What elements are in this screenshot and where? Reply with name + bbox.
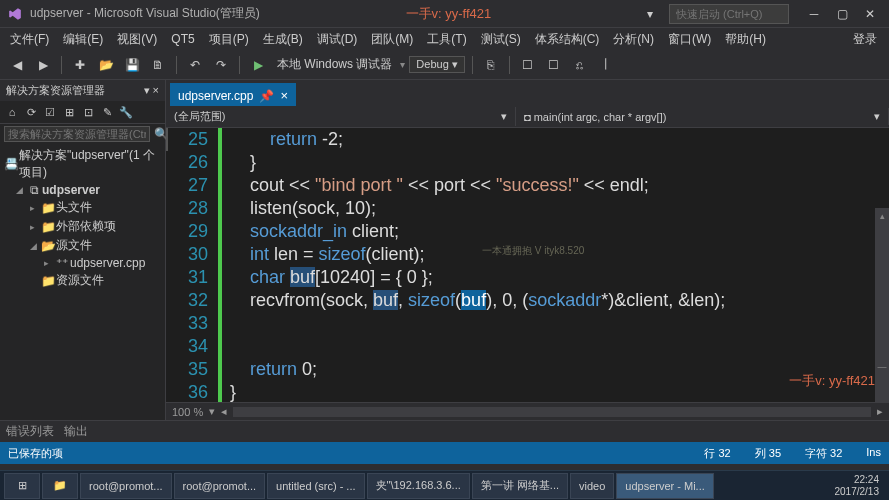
external-folder[interactable]: ▸📁外部依赖项 (2, 217, 163, 236)
menu-item[interactable]: 视图(V) (111, 29, 163, 50)
status-bar: 已保存的项 行 32 列 35 字符 32 Ins (0, 442, 889, 464)
horizontal-scrollbar[interactable] (233, 407, 871, 417)
debugger-label[interactable]: 本地 Windows 调试器 (273, 56, 396, 73)
source-file[interactable]: ▸⁺⁺udpserver.cpp (2, 255, 163, 271)
undo-icon[interactable]: ↶ (184, 54, 206, 76)
solution-explorer: 解决方案资源管理器 ▾ × ⌂ ⟳ ☑ ⊞ ⊡ ✎ 🔧 🔍 📇解决方案"udps… (0, 80, 166, 420)
menu-item[interactable]: 工具(T) (421, 29, 472, 50)
menu-item[interactable]: 体系结构(C) (529, 29, 606, 50)
hscroll-right-icon[interactable]: ▸ (877, 405, 883, 418)
hscroll-left-icon[interactable]: ◂ (221, 405, 227, 418)
sb-tool7[interactable]: 🔧 (118, 104, 134, 120)
saveall-icon[interactable]: 🗎 (147, 54, 169, 76)
output-tab[interactable]: 输出 (64, 423, 88, 440)
tb-misc-2[interactable]: ⎌ (569, 54, 591, 76)
sb-tool6[interactable]: ✎ (99, 104, 115, 120)
taskbar-clock[interactable]: 22:24 2017/2/13 (829, 474, 886, 498)
new-icon[interactable]: ✚ (69, 54, 91, 76)
menu-item[interactable]: 项目(P) (203, 29, 255, 50)
solution-node[interactable]: 📇解决方案"udpserver"(1 个项目) (2, 146, 163, 182)
tab-close-icon[interactable]: × (280, 88, 288, 103)
login-button[interactable]: 登录 (845, 29, 885, 50)
vertical-scrollbar[interactable]: ▴ — ▾ (875, 208, 889, 402)
split-icon[interactable]: — (876, 361, 888, 373)
menu-item[interactable]: 调试(D) (311, 29, 364, 50)
taskbar-item[interactable]: root@promot... (80, 473, 172, 499)
status-ins: Ins (866, 446, 881, 461)
status-line: 行 32 (704, 446, 730, 461)
menu-item[interactable]: 编辑(E) (57, 29, 109, 50)
sb-tool4[interactable]: ⊞ (61, 104, 77, 120)
menu-item[interactable]: 文件(F) (4, 29, 55, 50)
taskbar-item[interactable]: untitled (src) - ... (267, 473, 364, 499)
sb-tool5[interactable]: ⊡ (80, 104, 96, 120)
code-line[interactable] (230, 335, 889, 358)
toolbar: ◀ ▶ ✚ 📂 💾 🗎 ↶ ↷ ▶ 本地 Windows 调试器 ▾ Debug… (0, 50, 889, 80)
sb-refresh-icon[interactable]: ⟳ (23, 104, 39, 120)
sidebar-search-input[interactable] (4, 126, 150, 142)
menu-item[interactable]: 帮助(H) (719, 29, 772, 50)
config-dropdown[interactable]: Debug ▾ (409, 56, 464, 73)
minimize-button[interactable]: ─ (801, 4, 827, 24)
sb-tool3[interactable]: ☑ (42, 104, 58, 120)
code-line[interactable]: } (230, 151, 889, 174)
tb-misc-3[interactable]: ⼁ (595, 54, 617, 76)
scope-dropdown[interactable]: (全局范围)▾ (166, 107, 516, 126)
code-line[interactable]: char buf[10240] = { 0 }; (230, 266, 889, 289)
scroll-up-icon[interactable]: ▴ (876, 210, 888, 222)
code-line[interactable]: sockaddr_in client; (230, 220, 889, 243)
title-watermark: 一手v: yy-ff421 (260, 5, 637, 23)
menu-item[interactable]: QT5 (165, 30, 200, 48)
window-title: udpserver - Microsoft Visual Studio(管理员) (30, 5, 260, 22)
save-icon[interactable]: 💾 (121, 54, 143, 76)
taskbar: ⊞ 📁 root@promot...root@promot...untitled… (0, 470, 889, 500)
code-editor[interactable]: 一本通拥抱 V ityk8.520 return -2; } cout << "… (222, 128, 889, 402)
close-button[interactable]: ✕ (857, 4, 883, 24)
tb-uncomment-icon[interactable]: ☐ (543, 54, 565, 76)
corner-watermark: 一手v: yy-ff421 (789, 372, 875, 390)
menu-item[interactable]: 测试(S) (475, 29, 527, 50)
code-line[interactable]: cout << "bind port " << port << "success… (230, 174, 889, 197)
menu-item[interactable]: 分析(N) (607, 29, 660, 50)
code-line[interactable]: return -2; (230, 128, 889, 151)
headers-folder[interactable]: ▸📁头文件 (2, 198, 163, 217)
status-saved: 已保存的项 (8, 446, 63, 461)
menu-item[interactable]: 团队(M) (365, 29, 419, 50)
taskbar-item[interactable]: video (570, 473, 614, 499)
quick-launch-input[interactable] (669, 4, 789, 24)
menu-item[interactable]: 窗口(W) (662, 29, 717, 50)
zoom-level[interactable]: 100 % (172, 406, 203, 418)
menubar: 文件(F)编辑(E)视图(V)QT5项目(P)生成(B)调试(D)团队(M)工具… (0, 28, 889, 50)
menu-item[interactable]: 生成(B) (257, 29, 309, 50)
redo-icon[interactable]: ↷ (210, 54, 232, 76)
taskbar-item[interactable]: root@promot... (174, 473, 266, 499)
code-line[interactable] (230, 312, 889, 335)
project-node[interactable]: ◢⧉udpserver (2, 182, 163, 198)
start-button[interactable]: ⊞ (4, 473, 40, 499)
maximize-button[interactable]: ▢ (829, 4, 855, 24)
taskbar-item[interactable]: 第一讲 网络基... (472, 473, 568, 499)
code-line[interactable]: recvfrom(sock, buf, sizeof(buf), 0, (soc… (230, 289, 889, 312)
nav-back-icon[interactable]: ◀ (6, 54, 28, 76)
line-gutter: 252627282930313233343536 (166, 128, 222, 402)
sidebar-menu-icon[interactable]: ▾ × (144, 84, 159, 97)
tb-comment-icon[interactable]: ☐ (517, 54, 539, 76)
open-icon[interactable]: 📂 (95, 54, 117, 76)
code-line[interactable]: listen(sock, 10); (230, 197, 889, 220)
task-explorer[interactable]: 📁 (42, 473, 78, 499)
taskbar-item[interactable]: 夹"\192.168.3.6... (367, 473, 470, 499)
function-dropdown[interactable]: ◘ main(int argc, char * argv[])▾ (516, 108, 889, 125)
sources-folder[interactable]: ◢📂源文件 (2, 236, 163, 255)
vs-logo-icon (6, 5, 24, 23)
tb-misc-1[interactable]: ⎘ (480, 54, 502, 76)
nav-fwd-icon[interactable]: ▶ (32, 54, 54, 76)
resources-folder[interactable]: 📁资源文件 (2, 271, 163, 290)
output-tab[interactable]: 错误列表 (6, 423, 54, 440)
taskbar-item[interactable]: udpserver - Mi... (616, 473, 713, 499)
sb-home-icon[interactable]: ⌂ (4, 104, 20, 120)
notify-icon[interactable]: ▾ (637, 4, 663, 24)
tab-pin-icon[interactable]: 📌 (259, 89, 274, 103)
start-debug-icon[interactable]: ▶ (247, 54, 269, 76)
editor-tab[interactable]: udpserver.cpp 📌 × (170, 83, 296, 106)
code-line[interactable]: int len = sizeof(client); (230, 243, 889, 266)
